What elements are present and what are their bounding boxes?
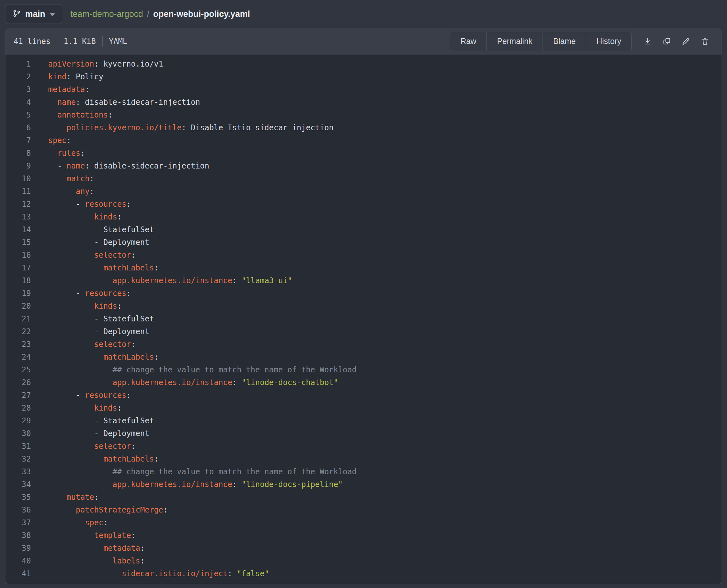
code-line: 30 - Deployment xyxy=(5,427,722,440)
file-language-badge: YAML xyxy=(109,37,127,46)
file-actions: RawPermalinkBlameHistory xyxy=(450,32,713,51)
breadcrumb-repo-link[interactable]: team-demo-argocd xyxy=(70,9,143,19)
line-content: metadata: xyxy=(48,542,145,554)
line-number[interactable]: 29 xyxy=(5,414,31,427)
line-number[interactable]: 20 xyxy=(5,300,31,313)
line-number[interactable]: 17 xyxy=(5,261,31,274)
blame-button[interactable]: Blame xyxy=(543,32,586,51)
line-number[interactable]: 28 xyxy=(5,402,31,414)
line-number[interactable]: 37 xyxy=(5,516,31,529)
line-content: - StatefulSet xyxy=(48,414,154,427)
copy-button[interactable] xyxy=(659,33,675,50)
chevron-down-icon xyxy=(50,13,55,16)
line-number[interactable]: 3 xyxy=(5,83,31,96)
file-viewer: 41 lines 1.1 KiB YAML RawPermalinkBlameH… xyxy=(5,28,722,584)
line-number[interactable]: 23 xyxy=(5,338,31,351)
code-line: 6 policies.kyverno.io/title: Disable Ist… xyxy=(5,121,722,134)
line-content: sidecar.istio.io/inject: "false" xyxy=(48,567,269,580)
line-number[interactable]: 10 xyxy=(5,172,31,185)
code-line: 7spec: xyxy=(5,134,722,147)
line-number[interactable]: 24 xyxy=(5,351,31,363)
edit-button[interactable] xyxy=(678,33,694,50)
line-number[interactable]: 12 xyxy=(5,198,31,211)
code-line: 33 ## change the value to match the name… xyxy=(5,465,722,478)
line-content: labels: xyxy=(48,554,145,567)
line-number[interactable]: 15 xyxy=(5,236,31,249)
code-line: 29 - StatefulSet xyxy=(5,414,722,427)
line-content: app.kubernetes.io/instance: "llama3-ui" xyxy=(48,274,292,287)
line-number[interactable]: 6 xyxy=(5,121,31,134)
code-line: 16 selector: xyxy=(5,249,722,261)
branch-selector[interactable]: main xyxy=(5,4,62,24)
raw-button[interactable]: Raw xyxy=(450,32,486,51)
view-mode-button-group: RawPermalinkBlameHistory xyxy=(450,32,632,51)
line-content: - name: disable-sidecar-injection xyxy=(48,160,209,172)
code-line: 41 sidecar.istio.io/inject: "false" xyxy=(5,567,722,580)
line-number[interactable]: 38 xyxy=(5,529,31,542)
line-number[interactable]: 25 xyxy=(5,363,31,376)
breadcrumb-separator: / xyxy=(147,9,149,19)
code-line: 11 any: xyxy=(5,185,722,198)
line-number[interactable]: 4 xyxy=(5,96,31,109)
line-number[interactable]: 35 xyxy=(5,491,31,504)
code-line: 2kind: Policy xyxy=(5,70,722,83)
line-number[interactable]: 19 xyxy=(5,287,31,300)
branch-name: main xyxy=(25,9,45,19)
code-line: 32 matchLabels: xyxy=(5,453,722,465)
line-content: kinds: xyxy=(48,402,122,414)
line-number[interactable]: 40 xyxy=(5,554,31,567)
code-line: 14 - StatefulSet xyxy=(5,223,722,236)
line-content: spec: xyxy=(48,516,108,529)
line-number[interactable]: 27 xyxy=(5,389,31,402)
line-number[interactable]: 18 xyxy=(5,274,31,287)
line-content: policies.kyverno.io/title: Disable Istio… xyxy=(48,121,334,134)
divider xyxy=(102,36,103,46)
line-number[interactable]: 22 xyxy=(5,325,31,338)
line-number[interactable]: 1 xyxy=(5,58,31,70)
line-content: matchLabels: xyxy=(48,453,159,465)
code-line: 37 spec: xyxy=(5,516,722,529)
line-content: match: xyxy=(48,172,94,185)
code-line: 28 kinds: xyxy=(5,402,722,414)
code-line: 3metadata: xyxy=(5,83,722,96)
line-number[interactable]: 2 xyxy=(5,70,31,83)
line-number[interactable]: 39 xyxy=(5,542,31,554)
line-content: kinds: xyxy=(48,211,122,223)
line-content: annotations: xyxy=(48,109,112,121)
code-line: 39 metadata: xyxy=(5,542,722,554)
code-view: 1apiVersion: kyverno.io/v12kind: Policy3… xyxy=(5,55,722,584)
line-number[interactable]: 11 xyxy=(5,185,31,198)
line-number[interactable]: 5 xyxy=(5,109,31,121)
code-line: 1apiVersion: kyverno.io/v1 xyxy=(5,58,722,70)
line-content: ## change the value to match the name of… xyxy=(48,465,356,478)
line-content: app.kubernetes.io/instance: "linode-docs… xyxy=(48,376,338,389)
code-line: 34 app.kubernetes.io/instance: "linode-d… xyxy=(5,478,722,491)
line-number[interactable]: 26 xyxy=(5,376,31,389)
line-content: - StatefulSet xyxy=(48,313,154,325)
line-number[interactable]: 8 xyxy=(5,147,31,160)
line-number[interactable]: 30 xyxy=(5,427,31,440)
file-lines-count: 41 lines xyxy=(14,37,51,46)
line-content: - Deployment xyxy=(48,325,149,338)
line-content: selector: xyxy=(48,249,136,261)
line-number[interactable]: 7 xyxy=(5,134,31,147)
history-button[interactable]: History xyxy=(586,32,631,51)
line-number[interactable]: 9 xyxy=(5,160,31,172)
line-number[interactable]: 13 xyxy=(5,211,31,223)
delete-button[interactable] xyxy=(697,33,713,50)
line-number[interactable]: 14 xyxy=(5,223,31,236)
code-line: 31 selector: xyxy=(5,440,722,453)
download-icon xyxy=(643,37,652,46)
permalink-button[interactable]: Permalink xyxy=(486,32,543,51)
line-number[interactable]: 32 xyxy=(5,453,31,465)
line-number[interactable]: 34 xyxy=(5,478,31,491)
line-content: kinds: xyxy=(48,300,122,313)
line-number[interactable]: 16 xyxy=(5,249,31,261)
line-number[interactable]: 31 xyxy=(5,440,31,453)
line-number[interactable]: 21 xyxy=(5,313,31,325)
line-number[interactable]: 33 xyxy=(5,465,31,478)
divider xyxy=(57,36,57,46)
line-number[interactable]: 36 xyxy=(5,504,31,516)
line-number[interactable]: 41 xyxy=(5,567,31,580)
download-button[interactable] xyxy=(639,33,656,50)
